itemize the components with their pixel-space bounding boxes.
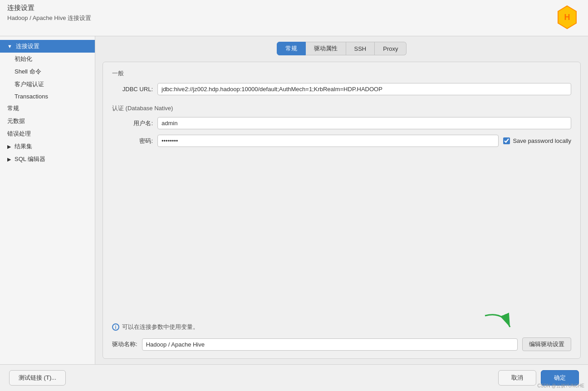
driver-row: 驱动名称: 编辑驱动设置 bbox=[112, 337, 571, 351]
driver-name-input[interactable] bbox=[142, 338, 518, 351]
green-arrow-icon bbox=[480, 311, 517, 334]
jdbc-url-input[interactable] bbox=[157, 83, 571, 95]
bottom-bar: 测试链接 (T)... 取消 确定 bbox=[0, 364, 588, 391]
info-icon: i bbox=[112, 323, 119, 331]
main-content: ▼ 连接设置 初始化 Shell 命令 客户端认证 Transactions 常… bbox=[0, 36, 588, 364]
title-bar: 连接设置 Hadoop / Apache Hive 连接设置 H bbox=[0, 0, 588, 36]
dialog-subtitle: Hadoop / Apache Hive 连接设置 bbox=[7, 14, 91, 22]
bottom-left: 测试链接 (T)... bbox=[9, 370, 66, 386]
tabs-bar: 常规 驱动属性 SSH Proxy bbox=[103, 42, 581, 55]
sidebar-item-error-handling[interactable]: 错误处理 bbox=[0, 127, 95, 140]
driver-name-label: 驱动名称: bbox=[112, 340, 137, 348]
info-section: i 可以在连接参数中使用变量。 驱动名称: 编辑驱动设置 bbox=[112, 316, 571, 351]
sidebar-item-init[interactable]: 初始化 bbox=[0, 53, 95, 65]
dialog-title: 连接设置 bbox=[7, 4, 91, 12]
watermark: CSDN @云骐YUNCHE bbox=[538, 383, 585, 389]
hive-logo-icon: H bbox=[554, 4, 581, 31]
auth-section: 认证 (Database Native) 用户名: 密码: Save passw… bbox=[112, 104, 571, 152]
section-general-label: 一般 bbox=[112, 69, 571, 78]
sidebar-item-transactions[interactable]: Transactions bbox=[0, 91, 95, 102]
username-input[interactable] bbox=[157, 117, 571, 129]
jdbc-url-label: JDBC URL: bbox=[112, 86, 153, 93]
right-panel: 常规 驱动属性 SSH Proxy 一般 JDBC URL: 认证 (Datab… bbox=[95, 36, 588, 364]
svg-text:H: H bbox=[564, 13, 570, 22]
password-label: 密码: bbox=[112, 137, 153, 145]
collapsed-arrow-icon-2: ▶ bbox=[7, 156, 11, 162]
sidebar-item-result-set[interactable]: ▶ 结果集 bbox=[0, 140, 95, 153]
save-password-checkbox[interactable] bbox=[503, 137, 510, 144]
save-password-label[interactable]: Save password locally bbox=[503, 137, 571, 144]
sidebar-item-general[interactable]: 常规 bbox=[0, 102, 95, 115]
tab-ssh[interactable]: SSH bbox=[346, 42, 375, 55]
sidebar-item-shell-command[interactable]: Shell 命令 bbox=[0, 65, 95, 78]
username-row: 用户名: bbox=[112, 117, 571, 129]
collapsed-arrow-icon: ▶ bbox=[7, 144, 11, 150]
sidebar-item-metadata[interactable]: 元数据 bbox=[0, 115, 95, 127]
tab-driver-props[interactable]: 驱动属性 bbox=[306, 42, 346, 55]
password-row: 密码: Save password locally bbox=[112, 135, 571, 147]
username-label: 用户名: bbox=[112, 119, 153, 127]
expand-arrow-icon: ▼ bbox=[7, 44, 12, 49]
test-connection-button[interactable]: 测试链接 (T)... bbox=[9, 370, 66, 386]
form-area: 一般 JDBC URL: 认证 (Database Native) 用户名: 密… bbox=[103, 62, 581, 359]
auth-section-label: 认证 (Database Native) bbox=[112, 104, 571, 112]
sidebar-item-connection-settings[interactable]: ▼ 连接设置 bbox=[0, 40, 95, 53]
tab-proxy[interactable]: Proxy bbox=[375, 42, 407, 55]
tab-general[interactable]: 常规 bbox=[277, 42, 306, 55]
sidebar: ▼ 连接设置 初始化 Shell 命令 客户端认证 Transactions 常… bbox=[0, 36, 95, 364]
jdbc-url-row: JDBC URL: bbox=[112, 83, 571, 95]
password-input[interactable] bbox=[157, 135, 499, 147]
sidebar-item-client-auth[interactable]: 客户端认证 bbox=[0, 78, 95, 91]
cancel-button[interactable]: 取消 bbox=[498, 370, 536, 386]
sidebar-item-sql-editor[interactable]: ▶ SQL 编辑器 bbox=[0, 153, 95, 166]
edit-driver-button[interactable]: 编辑驱动设置 bbox=[522, 337, 571, 351]
